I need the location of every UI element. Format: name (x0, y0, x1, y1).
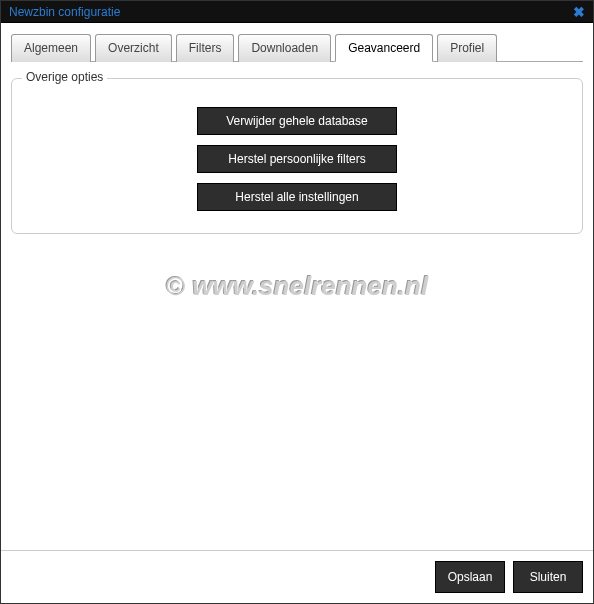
tab-overzicht[interactable]: Overzicht (95, 34, 172, 62)
save-button[interactable]: Opslaan (435, 561, 505, 593)
delete-database-button[interactable]: Verwijder gehele database (197, 107, 397, 135)
tab-algemeen[interactable]: Algemeen (11, 34, 91, 62)
watermark: © www.snelrennen.nl (1, 271, 593, 302)
tab-profiel[interactable]: Profiel (437, 34, 497, 62)
footer: Opslaan Sluiten (1, 550, 593, 603)
group-legend: Overige opties (22, 70, 107, 84)
titlebar: Newzbin configuratie ✖ (1, 1, 593, 23)
button-stack: Verwijder gehele database Herstel persoo… (24, 107, 570, 211)
reset-settings-button[interactable]: Herstel alle instellingen (197, 183, 397, 211)
tab-bar: Algemeen Overzicht Filters Downloaden Ge… (11, 33, 583, 62)
window-title: Newzbin configuratie (9, 1, 120, 23)
tab-downloaden[interactable]: Downloaden (238, 34, 331, 62)
reset-filters-button[interactable]: Herstel persoonlijke filters (197, 145, 397, 173)
tab-filters[interactable]: Filters (176, 34, 235, 62)
close-icon[interactable]: ✖ (573, 1, 585, 23)
group-overige-opties: Overige opties Verwijder gehele database… (11, 78, 583, 234)
content-area: Algemeen Overzicht Filters Downloaden Ge… (1, 23, 593, 234)
close-button[interactable]: Sluiten (513, 561, 583, 593)
tab-geavanceerd[interactable]: Geavanceerd (335, 34, 433, 62)
